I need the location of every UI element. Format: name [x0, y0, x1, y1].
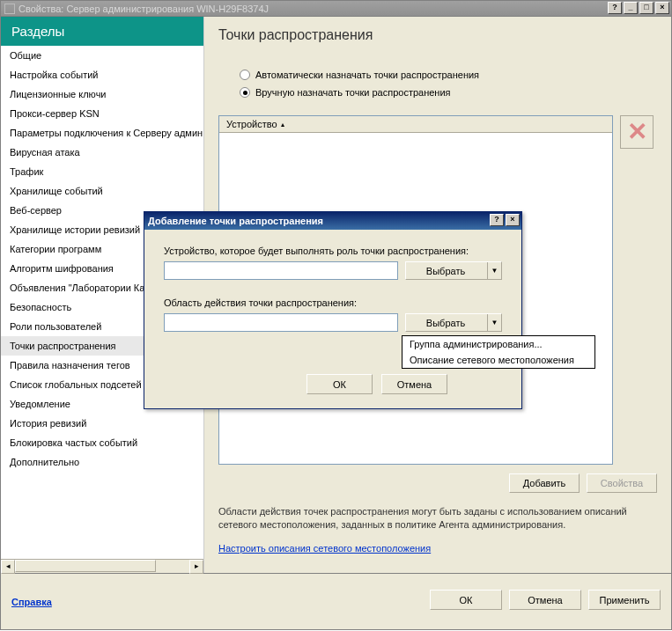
dialog-titlebar: Добавление точки распространения ? × [144, 212, 521, 230]
dropdown-item-network-location[interactable]: Описание сетевого местоположения [402, 352, 594, 368]
sidebar-item[interactable]: Лицензионные ключи [1, 84, 203, 104]
properties-button: Свойства [587, 473, 657, 493]
sidebar-item[interactable]: Вирусная атака [1, 143, 203, 162]
configure-link[interactable]: Настроить описания сетевого местоположен… [218, 543, 431, 554]
sidebar-item[interactable]: Трафик [1, 162, 203, 181]
sidebar-item[interactable]: Параметры подключения к Серверу админи [1, 123, 203, 143]
sidebar-item[interactable]: История ревизий [1, 414, 203, 433]
radio-manual[interactable]: Вручную назначать точки распространения [240, 87, 657, 98]
scope-input[interactable] [164, 313, 398, 332]
dialog-title: Добавление точки распространения [148, 216, 323, 226]
sidebar-item[interactable]: Блокировка частых событий [1, 433, 203, 452]
help-button[interactable]: ? [608, 2, 622, 14]
scope-field-label: Область действия точки распространения: [164, 297, 502, 308]
maximize-button[interactable]: □ [639, 2, 654, 14]
page-title: Точки распространения [218, 27, 657, 43]
device-input[interactable] [164, 261, 398, 280]
window-title: Свойства: Сервер администрирования WIN-H… [18, 4, 269, 14]
dialog-help-button[interactable]: ? [490, 214, 504, 226]
select-label: Выбрать [426, 266, 465, 276]
info-text: Области действия точек распространения м… [218, 505, 657, 532]
sidebar-item[interactable]: Дополнительно [1, 452, 203, 472]
radio-label: Автоматически назначать точки распростра… [255, 70, 479, 80]
app-icon [4, 4, 15, 14]
scope-dropdown: Группа администрирования... Описание сет… [402, 335, 595, 369]
device-column-header[interactable]: Устройство ▴ [219, 116, 612, 133]
add-point-dialog: Добавление точки распространения ? × Уст… [144, 211, 522, 409]
device-field-label: Устройство, которое будет выполнять роль… [164, 246, 502, 256]
window-titlebar: Свойства: Сервер администрирования WIN-H… [0, 0, 672, 17]
sidebar-item[interactable]: Прокси-сервер KSN [1, 104, 203, 123]
radio-icon[interactable] [240, 87, 250, 98]
help-link[interactable]: Справка [11, 597, 52, 607]
sidebar-item[interactable]: Общие [1, 46, 203, 65]
dialog-ok-button[interactable]: ОК [306, 374, 373, 394]
sort-asc-icon: ▴ [281, 121, 284, 128]
chevron-down-icon: ▼ [487, 314, 501, 331]
minimize-button[interactable]: _ [624, 2, 638, 14]
radio-icon[interactable] [240, 70, 250, 80]
scroll-left-icon[interactable]: ◂ [1, 560, 15, 574]
scope-select-button[interactable]: Выбрать ▼ [405, 313, 502, 332]
footer: Справка ОК Отмена Применить [0, 574, 672, 630]
sidebar-header: Разделы [1, 17, 203, 46]
dropdown-item-admin-group[interactable]: Группа администрирования... [402, 336, 594, 352]
scroll-thumb[interactable] [15, 560, 156, 572]
sidebar-item[interactable]: Хранилище событий [1, 181, 203, 201]
close-button[interactable]: × [655, 2, 669, 14]
ok-button[interactable]: ОК [430, 590, 502, 610]
radio-auto[interactable]: Автоматически назначать точки распростра… [240, 70, 657, 80]
delete-button[interactable]: ✕ [620, 115, 654, 149]
chevron-down-icon: ▼ [487, 262, 501, 279]
column-label: Устройство [226, 119, 277, 129]
dialog-close-button[interactable]: × [506, 214, 520, 226]
sidebar-item[interactable]: Настройка событий [1, 65, 203, 84]
cancel-button[interactable]: Отмена [509, 590, 581, 610]
sidebar-scrollbar[interactable]: ◂ ▸ [1, 559, 203, 573]
device-select-button[interactable]: Выбрать ▼ [405, 261, 502, 280]
select-label: Выбрать [426, 318, 465, 328]
radio-label: Вручную назначать точки распространения [255, 87, 451, 98]
apply-button[interactable]: Применить [588, 590, 661, 610]
add-button[interactable]: Добавить [509, 473, 580, 493]
delete-x-icon: ✕ [627, 120, 647, 144]
dialog-cancel-button[interactable]: Отмена [381, 374, 447, 394]
scroll-right-icon[interactable]: ▸ [189, 560, 203, 574]
